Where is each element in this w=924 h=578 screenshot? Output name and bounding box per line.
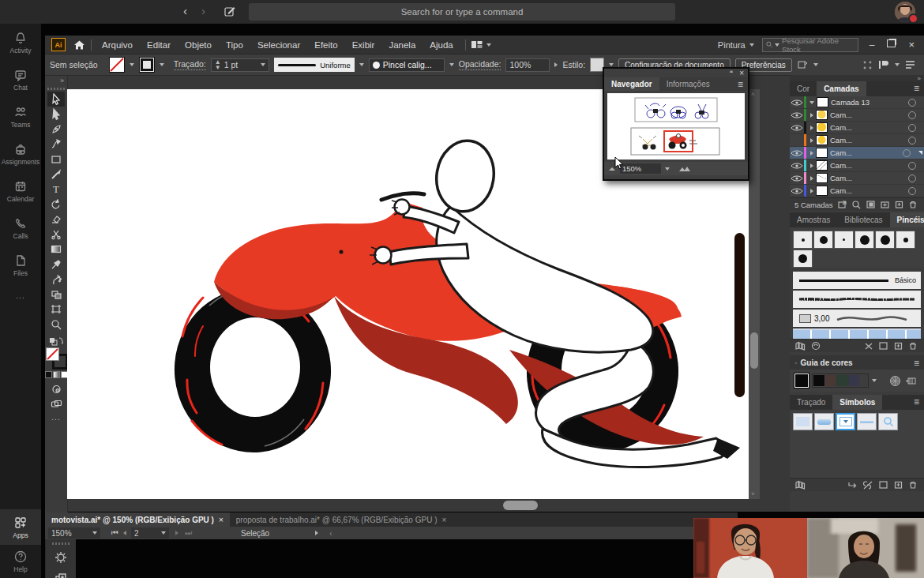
layer-thumbnail[interactable]: [816, 135, 828, 145]
document-tab-motovista[interactable]: motovista.ai* @ 150% (RGB/Exibição GPU )…: [45, 512, 230, 527]
expand-chevron-icon[interactable]: [809, 101, 814, 104]
eye-icon[interactable]: [790, 162, 804, 170]
eye-icon[interactable]: [790, 124, 804, 132]
screen-mode-button[interactable]: [47, 396, 65, 411]
brush-definition[interactable]: Pincel calig...: [369, 58, 445, 72]
fill-indicator-none[interactable]: [46, 347, 59, 361]
library-panel-icon[interactable]: [810, 341, 821, 351]
layer-name[interactable]: Cam...: [830, 111, 852, 119]
list-view-icon[interactable]: [904, 60, 916, 69]
layer-target-icon[interactable]: [908, 124, 916, 132]
panel-menu-icon[interactable]: ≡: [909, 81, 924, 96]
vertical-scroll-thumb[interactable]: [750, 332, 758, 369]
layer-target-icon[interactable]: [908, 111, 916, 119]
menu-editar[interactable]: Editar: [140, 40, 178, 50]
delete-layer-icon[interactable]: [908, 200, 918, 209]
expand-chevron-icon[interactable]: [810, 126, 813, 130]
fill-stroke-indicator[interactable]: [46, 347, 66, 368]
panel-menu-icon[interactable]: ≡: [909, 356, 924, 369]
delete-symbol-icon[interactable]: [908, 480, 918, 490]
toolbar-collapse-icon[interactable]: »: [57, 76, 67, 85]
stroke-width-stepper[interactable]: ▲▼ 1 pt: [211, 58, 269, 72]
layer-target-icon[interactable]: [908, 187, 916, 195]
tab-libraries[interactable]: Bibliotecas: [837, 212, 889, 227]
swap-fill-stroke-icon[interactable]: [48, 336, 64, 346]
tab-navegador[interactable]: Navegador: [604, 77, 659, 91]
panel-close-icon[interactable]: ×: [739, 70, 744, 77]
shape-builder-tool[interactable]: [47, 287, 65, 302]
sidebar-item-apps[interactable]: Apps: [0, 509, 41, 545]
new-chat-icon[interactable]: [223, 6, 236, 18]
menu-efeito[interactable]: Efeito: [307, 40, 344, 50]
calligraphic-brush[interactable]: [875, 231, 895, 249]
layer-thumbnail[interactable]: [816, 173, 828, 183]
tab-layers[interactable]: Camadas: [817, 81, 866, 96]
paintbrush-tool[interactable]: [47, 167, 65, 182]
fill-none-swatch[interactable]: [109, 57, 125, 73]
layer-thumbnail[interactable]: [816, 148, 828, 158]
share-options-icon[interactable]: [797, 59, 809, 70]
layer-thumbnail[interactable]: [816, 186, 828, 196]
curvature-tool[interactable]: [47, 137, 65, 152]
symbol-libraries-icon[interactable]: [794, 480, 806, 490]
layer-row[interactable]: Cam...: [790, 109, 924, 122]
expand-chevron-icon[interactable]: [810, 189, 813, 193]
layer-target-icon[interactable]: [908, 162, 916, 170]
brush-charcoal[interactable]: [793, 291, 921, 308]
layer-row[interactable]: Cam...: [790, 185, 924, 197]
panel-collapse-icon[interactable]: ❝: [730, 71, 733, 76]
layer-name[interactable]: Cam...: [830, 136, 852, 144]
new-layer-icon[interactable]: [894, 200, 904, 209]
eye-icon[interactable]: [790, 187, 804, 195]
vertical-scrollbar[interactable]: ˄ ˅: [749, 89, 760, 499]
brush-options-icon[interactable]: [878, 341, 888, 351]
color-guide-header[interactable]: ◦ Guia de cores ≡: [790, 355, 924, 370]
direct-selection-tool[interactable]: [47, 107, 65, 122]
menu-exibir[interactable]: Exibir: [345, 40, 382, 50]
break-link-icon[interactable]: [862, 481, 873, 490]
calligraphic-brush-selected[interactable]: [793, 250, 813, 268]
brush-wavy[interactable]: 3,00: [793, 310, 921, 327]
new-sublayer-icon[interactable]: [880, 200, 890, 209]
toolbar-more-icon[interactable]: ...: [51, 413, 60, 422]
eye-icon[interactable]: [790, 149, 804, 157]
symbol-panel-bg[interactable]: [793, 413, 813, 430]
eye-icon[interactable]: [790, 111, 804, 119]
status-expand-icon[interactable]: [315, 531, 318, 535]
color-panel-icon[interactable]: [46, 546, 76, 568]
brush-pattern-blue[interactable]: [793, 328, 921, 339]
menu-tipo[interactable]: Tipo: [219, 40, 250, 50]
color-guide-panel-icon[interactable]: [46, 568, 76, 578]
symbol-sprayer-tool[interactable]: [47, 272, 65, 287]
expand-chevron-icon[interactable]: [810, 163, 813, 168]
layer-name[interactable]: Cam...: [830, 148, 852, 157]
layer-thumbnail[interactable]: [816, 110, 828, 120]
artboard-tool[interactable]: [47, 302, 65, 317]
eraser-tool[interactable]: [47, 212, 65, 227]
sidebar-item-calendar[interactable]: Calendar: [0, 172, 41, 209]
navigator-zoom-field[interactable]: 150%: [620, 163, 661, 174]
layer-name[interactable]: Cam...: [830, 161, 852, 170]
layer-name[interactable]: Cam...: [830, 174, 852, 182]
tab-swatches[interactable]: Amostras: [790, 212, 837, 227]
window-restore-button[interactable]: [887, 39, 896, 47]
layer-row-selected[interactable]: Cam...: [790, 147, 924, 160]
expand-chevron-icon[interactable]: [810, 138, 813, 143]
harmony-strip[interactable]: [812, 373, 869, 388]
brush-libraries-icon[interactable]: [794, 341, 806, 351]
variable-width-profile[interactable]: Uniforme: [274, 58, 355, 72]
place-symbol-icon[interactable]: [847, 481, 858, 490]
layer-thumbnail[interactable]: [816, 122, 828, 133]
scroll-up-arrow[interactable]: ˄: [751, 91, 755, 98]
menu-ajuda[interactable]: Ajuda: [423, 40, 460, 50]
scroll-down-arrow[interactable]: ˅: [751, 490, 755, 497]
tab-stroke[interactable]: Traçado: [790, 395, 832, 410]
gradient-tool[interactable]: [47, 242, 65, 257]
symbol-dropdown-selected[interactable]: [836, 413, 855, 430]
base-color-swatch[interactable]: [794, 373, 809, 388]
layer-row[interactable]: Cam...: [790, 172, 924, 185]
layer-row[interactable]: Camada 13: [790, 96, 924, 109]
stroke-swatch[interactable]: [139, 57, 155, 73]
brush-basic[interactable]: Básico: [793, 272, 921, 289]
illustrator-logo[interactable]: Ai: [51, 38, 66, 51]
